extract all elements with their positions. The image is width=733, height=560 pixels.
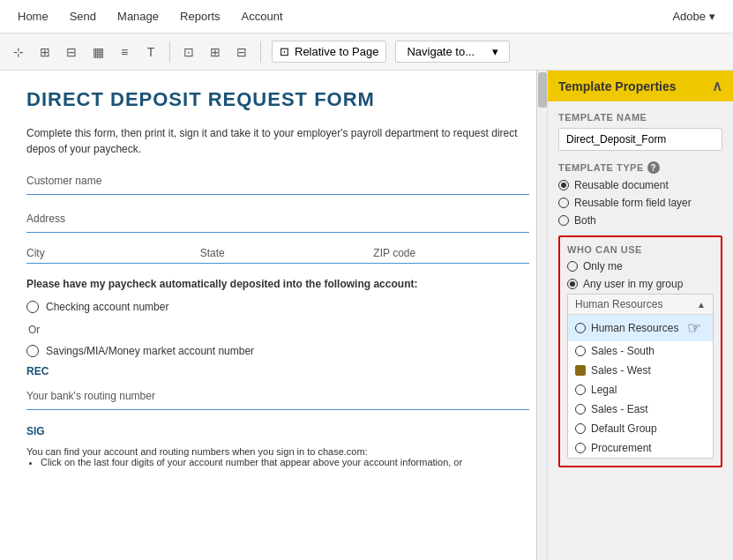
- menu-send[interactable]: Send: [59, 3, 107, 30]
- relative-to-page-label: Relative to Page: [295, 45, 378, 58]
- sig-label: Sig: [26, 425, 45, 437]
- zip-label: ZIP code: [373, 247, 529, 259]
- dropdown-item-sales-west[interactable]: Sales - West: [568, 361, 713, 380]
- menu-reports[interactable]: Reports: [169, 3, 231, 30]
- template-type-reusable-doc[interactable]: Reusable document: [558, 179, 722, 191]
- relative-page-icon: ⊡: [280, 45, 289, 58]
- relative-to-page-btn[interactable]: ⊡ Relative to Page: [272, 41, 386, 63]
- item-label-sales-south: Sales - South: [591, 345, 654, 357]
- checking-checkbox[interactable]: [26, 301, 39, 313]
- who-can-use-label: WHO CAN USE: [567, 244, 714, 255]
- dropdown-item-default-group[interactable]: Default Group: [568, 419, 713, 438]
- dropdown-scroll-up[interactable]: ▲: [697, 300, 706, 310]
- radio-form-field: [558, 198, 569, 208]
- dropdown-item-sales-south[interactable]: Sales - South: [568, 341, 713, 361]
- customer-name-field: Customer name: [26, 171, 529, 195]
- scroll-thumb[interactable]: [538, 72, 547, 108]
- item-radio-sales-south: [575, 346, 586, 356]
- only-me-label: Only me: [583, 260, 623, 273]
- savings-checkbox[interactable]: [26, 345, 39, 357]
- tool-list[interactable]: ≡: [113, 41, 136, 63]
- radio-reusable-doc: [558, 180, 569, 190]
- dropdown-item-human-resources[interactable]: Human Resources ☞: [568, 315, 713, 341]
- dropdown-item-sales-east[interactable]: Sales - East: [568, 399, 713, 419]
- radio-both: [558, 215, 569, 226]
- toolbar-separator-2: [260, 41, 261, 63]
- template-type-label: TEMPLATE TYPE: [558, 162, 644, 173]
- template-type-section-label: TEMPLATE TYPE ?: [558, 161, 722, 174]
- tool-columns[interactable]: ⊞: [204, 41, 227, 63]
- address-label: Address: [26, 209, 529, 228]
- adobe-chevron-icon: ▾: [709, 10, 715, 23]
- tool-layout[interactable]: ⊟: [230, 41, 253, 63]
- item-label-human-resources: Human Resources: [591, 322, 678, 334]
- navigate-chevron-icon: ▾: [492, 45, 498, 58]
- menu-home[interactable]: Home: [7, 3, 59, 30]
- adobe-menu[interactable]: Adobe ▾: [662, 4, 726, 28]
- or-label: Or: [26, 320, 529, 340]
- dropdown-header: Human Resources ▲: [568, 295, 713, 315]
- form-field-label: Reusable form field layer: [574, 197, 692, 209]
- item-label-legal: Legal: [591, 384, 617, 396]
- item-label-sales-east: Sales - East: [591, 403, 648, 415]
- tool-align-left[interactable]: ⊞: [34, 41, 56, 63]
- document-title: DIRECT DEPOSIT REQUEST FORM: [26, 88, 529, 111]
- reusable-doc-label: Reusable document: [574, 179, 669, 191]
- routing-number-field: Your bank's routing number: [26, 386, 529, 410]
- who-any-user[interactable]: Any user in my group: [567, 278, 714, 290]
- both-label: Both: [574, 214, 596, 227]
- toolbar-separator-1: [169, 41, 170, 63]
- city-label: City: [26, 247, 183, 259]
- tool-box[interactable]: ⊡: [177, 41, 200, 63]
- rec-label: REC: [26, 365, 49, 377]
- template-type-form-field[interactable]: Reusable form field layer: [558, 197, 722, 209]
- checkbox-checking: Checking account number: [26, 301, 529, 313]
- dropdown-header-label: Human Resources: [575, 298, 662, 310]
- template-name-label: TEMPLATE NAME: [558, 112, 647, 123]
- customer-name-label: Customer name: [26, 171, 529, 190]
- savings-label: Savings/MIA/Money market account number: [46, 345, 254, 357]
- item-radio-sales-west: [575, 365, 586, 376]
- dropdown-item-procurement[interactable]: Procurement: [568, 438, 713, 458]
- template-name-input[interactable]: [558, 128, 722, 151]
- template-type-both[interactable]: Both: [558, 214, 722, 227]
- tool-chart[interactable]: ⊟: [60, 41, 83, 63]
- item-label-procurement: Procurement: [591, 442, 652, 454]
- radio-only-me: [567, 261, 578, 272]
- menu-manage[interactable]: Manage: [107, 3, 169, 30]
- scroll-bar[interactable]: [536, 71, 547, 560]
- who-can-use-section: WHO CAN USE Only me Any user in my group…: [558, 235, 722, 467]
- item-radio-legal: [575, 385, 586, 395]
- template-name-section-label: TEMPLATE NAME: [558, 112, 722, 123]
- group-dropdown[interactable]: Human Resources ▲ Human Resources ☞ Sale…: [567, 294, 714, 459]
- panel-collapse-button[interactable]: ∧: [712, 78, 722, 94]
- menu-account[interactable]: Account: [231, 3, 294, 30]
- routing-label: Your bank's routing number: [26, 386, 529, 406]
- item-radio-procurement: [575, 443, 586, 453]
- checking-label: Checking account number: [46, 301, 168, 313]
- who-only-me[interactable]: Only me: [567, 260, 714, 273]
- item-radio-default-group: [575, 423, 586, 434]
- adobe-label: Adobe: [672, 10, 706, 23]
- radio-any-user: [567, 279, 578, 289]
- document-area: DIRECT DEPOSIT REQUEST FORM Complete thi…: [0, 71, 548, 560]
- city-state-zip-row: City State ZIP code: [26, 247, 529, 264]
- navigate-dropdown[interactable]: Navigate to... ▾: [395, 41, 510, 63]
- document-body-text: Complete this form, then print it, sign …: [26, 125, 520, 157]
- item-radio-human-resources: [575, 323, 586, 333]
- state-label: State: [200, 247, 356, 259]
- tool-grid[interactable]: ▦: [86, 41, 109, 63]
- right-panel: Template Properties ∧ TEMPLATE NAME TEMP…: [548, 71, 733, 560]
- deposit-instruction: Please have my paycheck automatically de…: [26, 278, 529, 290]
- tool-text[interactable]: T: [139, 41, 162, 63]
- help-icon[interactable]: ?: [647, 161, 660, 174]
- panel-header: Template Properties ∧: [548, 71, 733, 101]
- bullet-item: Click on the last four digits of your ac…: [41, 457, 529, 467]
- tool-select[interactable]: ⊹: [7, 41, 30, 63]
- small-text: You can find your account and routing nu…: [26, 446, 529, 467]
- document-content: DIRECT DEPOSIT REQUEST FORM Complete thi…: [0, 71, 547, 485]
- address-field: Address: [26, 209, 529, 233]
- item-radio-sales-east: [575, 404, 586, 414]
- dropdown-item-legal[interactable]: Legal: [568, 380, 713, 399]
- item-label-default-group: Default Group: [591, 422, 657, 435]
